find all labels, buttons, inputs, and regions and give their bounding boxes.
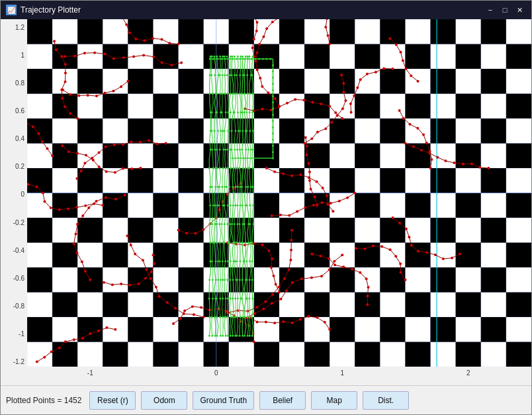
y-axis-label: -1.2 <box>3 359 27 365</box>
map-button[interactable]: Map <box>311 391 357 410</box>
y-axis-label: -0.4 <box>3 248 27 254</box>
x-axis-label: -1 <box>27 369 154 377</box>
main-window: 📈 Trajectory Plotter − □ ✕ 1.210.80.60.4… <box>0 0 532 415</box>
y-axis-label: 1 <box>3 52 27 59</box>
window-title: Trajectory Plotter <box>21 5 81 15</box>
plot-and-bottom: -1012 <box>27 19 531 385</box>
maximize-button[interactable]: □ <box>498 4 511 16</box>
y-axis-label: 0.8 <box>3 80 27 87</box>
y-axis-label: -0.6 <box>3 275 27 282</box>
plot-container <box>27 19 531 367</box>
y-axis-label: 0 <box>3 191 27 198</box>
app-icon: 📈 <box>6 5 17 15</box>
x-axis-label: 1 <box>279 369 406 377</box>
ground-truth-button[interactable]: Ground Truth <box>193 391 254 410</box>
y-axis: 1.210.80.60.40.20-0.2-0.4-0.6-0.8-1-1.2 <box>1 19 27 385</box>
odom-button[interactable]: Odom <box>141 391 187 410</box>
plotted-points-label: Plotted Points = 1452 <box>6 396 81 405</box>
x-axis-label: 0 <box>154 369 280 377</box>
x-axis: -1012 <box>27 367 531 385</box>
minimize-button[interactable]: − <box>484 4 497 16</box>
main-area: 1.210.80.60.40.20-0.2-0.4-0.6-0.8-1-1.2 … <box>1 19 531 385</box>
y-axis-label: -1 <box>3 331 27 338</box>
y-axis-label: 0.4 <box>3 136 27 142</box>
close-button[interactable]: ✕ <box>513 4 526 16</box>
dist-button[interactable]: Dist. <box>363 391 409 410</box>
bottom-bar: Plotted Points = 1452 Reset (r)OdomGroun… <box>1 385 531 414</box>
title-bar-controls: − □ ✕ <box>484 4 526 16</box>
y-axis-label: 1.2 <box>3 24 27 31</box>
y-axis-label: -0.8 <box>3 303 27 310</box>
x-axis-label: 2 <box>406 369 532 377</box>
belief-button[interactable]: Belief <box>259 391 306 410</box>
title-bar: 📈 Trajectory Plotter − □ ✕ <box>1 1 531 19</box>
y-axis-label: -0.2 <box>3 220 27 226</box>
y-axis-label: 0.6 <box>3 108 27 115</box>
title-bar-left: 📈 Trajectory Plotter <box>6 5 81 15</box>
plot-canvas <box>27 19 531 367</box>
y-axis-label: 0.2 <box>3 163 27 170</box>
reset-button[interactable]: Reset (r) <box>89 391 136 410</box>
